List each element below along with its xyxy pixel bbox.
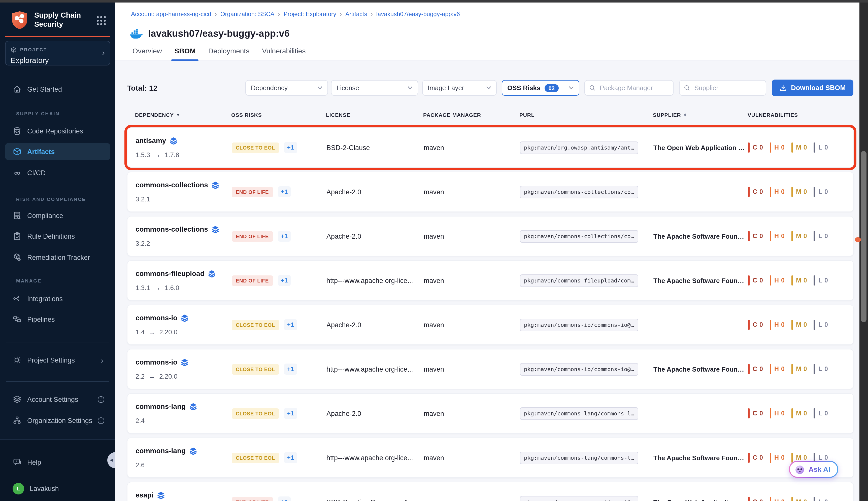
- supplier-search[interactable]: [679, 80, 766, 96]
- user-menu[interactable]: L Lavakush: [5, 480, 110, 497]
- table-row[interactable]: commons-lang 2.6 CLOSE TO EOL +1 http---…: [127, 438, 854, 478]
- low-count: L0: [814, 408, 828, 418]
- table-row[interactable]: commons-collections 3.2.1 END OF LIFE +1…: [127, 172, 854, 212]
- chevron-down-icon: [317, 86, 322, 89]
- sidebar-item-project-settings[interactable]: Project Settings ›: [5, 351, 110, 369]
- table-row[interactable]: antisamy 1.5.3 → 1.7.8 CLOSE TO EOL +1 B…: [127, 127, 854, 168]
- purl-value[interactable]: pkg:maven/org.owasp.esapi/esapi@…: [520, 496, 638, 501]
- license-cell: http---www.apache.org-lice…: [326, 438, 424, 477]
- sidebar-item-get-started[interactable]: Get Started: [5, 81, 110, 98]
- table-row[interactable]: commons-io 1.4 → 2.20.0 CLOSE TO EOL +1 …: [127, 305, 854, 345]
- column-purl[interactable]: PURL: [519, 112, 653, 118]
- search-icon: [590, 85, 595, 91]
- arrow-right-icon: →: [154, 151, 161, 159]
- breadcrumb-organization[interactable]: Organization: SSCA: [220, 11, 275, 18]
- supplier-cell: The Open Web Application …: [653, 482, 748, 501]
- project-selector[interactable]: PROJECT Exploratory ›: [5, 41, 110, 65]
- table-row[interactable]: commons-lang 2.4 CLOSE TO EOL +1 Apache-…: [127, 393, 854, 434]
- high-count: H0: [770, 453, 785, 463]
- sidebar-item-organization-settings[interactable]: Organization Settings i: [5, 412, 110, 429]
- column-dependency[interactable]: DEPENDENCY▼: [135, 112, 231, 118]
- more-risks-badge[interactable]: +1: [278, 186, 291, 198]
- sidebar-item-account-settings[interactable]: Account Settings i: [5, 391, 110, 408]
- oss-risks-filter-dropdown[interactable]: OSS Risks 02: [502, 80, 579, 96]
- medium-count: M0: [792, 142, 807, 152]
- more-risks-badge[interactable]: +1: [284, 408, 297, 419]
- vertical-scrollbar[interactable]: [859, 2, 868, 501]
- sidebar-item-cicd[interactable]: ∞ CI/CD: [5, 164, 110, 181]
- more-risks-badge[interactable]: +1: [278, 275, 291, 286]
- table-row[interactable]: esapi END OF LIFE +1 BSD-Creative-Common…: [127, 482, 854, 501]
- vulnerabilities-cell: C0 H0 M0 L0: [748, 482, 854, 501]
- section-label-risk-compliance: RISK AND COMPLIANCE: [16, 196, 86, 202]
- package-manager-cell: maven: [424, 305, 520, 344]
- sidebar-item-artifacts[interactable]: Artifacts: [5, 143, 110, 160]
- oss-risks-cell: CLOSE TO EOL +1: [232, 394, 326, 433]
- table-row[interactable]: commons-collections 3.2.2 END OF LIFE +1…: [127, 216, 854, 256]
- more-risks-badge[interactable]: +1: [284, 364, 297, 375]
- table-header: DEPENDENCY▼ OSS RISKS LICENSE PACKAGE MA…: [127, 112, 854, 118]
- info-icon[interactable]: i: [98, 396, 104, 403]
- column-supplier[interactable]: SUPPLIER▲▼: [653, 112, 748, 118]
- product-logo[interactable]: Supply Chain Security: [11, 11, 107, 30]
- column-package-manager[interactable]: PACKAGE MANAGER: [423, 112, 519, 118]
- table-row[interactable]: commons-fileupload 1.3.1 → 1.6.0 END OF …: [127, 260, 854, 301]
- page-header: Account: app-harness-ng-cicd › Organizat…: [115, 2, 859, 61]
- purl-value[interactable]: pkg:maven/org.owasp.antisamy/ant…: [520, 141, 638, 154]
- more-risks-badge[interactable]: +1: [278, 231, 291, 242]
- tab-sbom[interactable]: SBOM: [171, 45, 199, 61]
- oss-risks-cell: END OF LIFE +1: [232, 482, 326, 501]
- svg-text:?: ?: [15, 459, 18, 463]
- breadcrumb-account[interactable]: Account: app-harness-ng-cicd: [131, 11, 211, 18]
- purl-value[interactable]: pkg:maven/commons-io/commons-io@…: [520, 319, 638, 331]
- layers-icon: [181, 314, 188, 321]
- package-manager-search-input[interactable]: [599, 84, 668, 92]
- high-count: H0: [770, 231, 785, 241]
- breadcrumb-artifact-name[interactable]: lavakush07/easy-buggy-app:v6: [376, 11, 460, 18]
- vulnerabilities-cell: C0 H0 M0 L0: [748, 305, 854, 344]
- column-oss-risks[interactable]: OSS RISKS: [231, 112, 326, 118]
- package-manager-search[interactable]: [584, 80, 674, 96]
- purl-value[interactable]: pkg:maven/commons-lang/commons-l…: [520, 407, 638, 420]
- sidebar-item-compliance[interactable]: Compliance: [5, 207, 110, 224]
- table-row[interactable]: commons-io 2.2 → 2.20.0 CLOSE TO EOL +1 …: [127, 349, 854, 389]
- package-manager-cell: maven: [424, 216, 520, 256]
- breadcrumb-artifacts[interactable]: Artifacts: [345, 11, 367, 18]
- low-count: L0: [814, 364, 828, 374]
- breadcrumb-separator: ›: [215, 11, 217, 18]
- purl-value[interactable]: pkg:maven/commons-lang/commons-l…: [520, 451, 638, 464]
- sidebar-item-integrations[interactable]: Integrations: [5, 290, 110, 307]
- purl-value[interactable]: pkg:maven/commons-collections/co…: [520, 230, 638, 243]
- purl-value[interactable]: pkg:maven/commons-fileupload/com…: [520, 274, 638, 287]
- purl-value[interactable]: pkg:maven/commons-io/commons-io@…: [520, 363, 638, 375]
- total-count: Total: 12: [127, 84, 157, 92]
- download-sbom-button[interactable]: Download SBOM: [772, 79, 854, 96]
- sidebar-item-help[interactable]: ? Help: [5, 454, 110, 471]
- info-icon[interactable]: i: [98, 417, 104, 424]
- tab-deployments[interactable]: Deployments: [205, 45, 252, 61]
- layers-icon: [212, 225, 219, 233]
- dependency-filter-dropdown[interactable]: Dependency: [245, 80, 328, 96]
- license-cell: BSD-2-Clause: [326, 128, 424, 167]
- license-filter-dropdown[interactable]: License: [331, 80, 418, 96]
- sidebar-item-remediation-tracker[interactable]: Remediation Tracker: [5, 249, 110, 266]
- supplier-cell: [653, 394, 748, 433]
- scrollbar-thumb[interactable]: [861, 151, 867, 322]
- column-license[interactable]: LICENSE: [326, 112, 423, 118]
- supplier-search-input[interactable]: [694, 84, 761, 92]
- tab-vulnerabilities[interactable]: Vulnerabilities: [259, 45, 309, 61]
- column-vulnerabilities[interactable]: VULNERABILITIES: [748, 112, 854, 118]
- more-risks-badge[interactable]: +1: [284, 452, 297, 463]
- more-risks-badge[interactable]: +1: [284, 142, 297, 153]
- sidebar-item-code-repositories[interactable]: Code Repositories: [5, 122, 110, 139]
- image-layer-filter-dropdown[interactable]: Image Layer: [422, 80, 497, 96]
- sidebar-item-pipelines[interactable]: Pipelines: [5, 311, 110, 328]
- more-risks-badge[interactable]: +1: [284, 319, 297, 330]
- tab-overview[interactable]: Overview: [129, 45, 165, 61]
- sidebar-item-rule-definitions[interactable]: Rule Definitions: [5, 227, 110, 245]
- breadcrumb-project[interactable]: Project: Exploratory: [284, 11, 336, 18]
- app-switcher-icon[interactable]: [97, 16, 106, 25]
- more-risks-badge[interactable]: +1: [278, 497, 291, 501]
- ask-ai-button[interactable]: Ask AI: [789, 461, 838, 478]
- purl-value[interactable]: pkg:maven/commons-collections/co…: [520, 185, 638, 198]
